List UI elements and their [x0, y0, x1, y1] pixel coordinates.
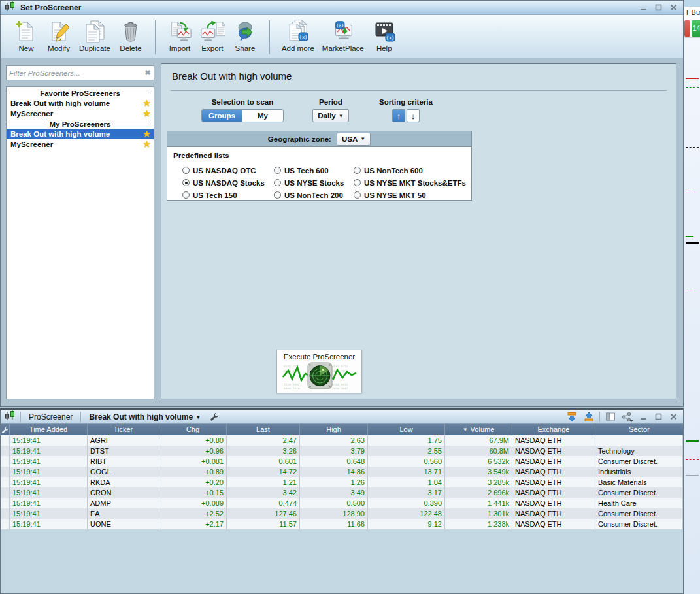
proscreener-tab[interactable]: ProScreener — [25, 412, 76, 421]
result-row-dtst[interactable]: 15:19:41DTST+0.963.263.792.5560.8MNASDAQ… — [1, 446, 683, 456]
favorite-star-icon[interactable]: ★ — [143, 140, 150, 148]
table-settings-wrench-icon[interactable] — [1, 424, 10, 435]
clear-filter-icon[interactable]: ✖ — [142, 69, 154, 77]
proscreener-results-window: ProScreener Break Out with high volume ▾… — [0, 408, 684, 594]
result-row-gogl[interactable]: 15:19:41GOGL+0.8914.7214.8613.713 549kNA… — [1, 467, 683, 477]
column-header-chg[interactable]: Chg — [159, 424, 227, 435]
close-button[interactable] — [668, 412, 679, 421]
window-title: Set ProScreener — [20, 3, 634, 12]
cell-time: 15:19:41 — [10, 519, 88, 529]
toolbar-button-duplicate[interactable]: Duplicate — [79, 19, 110, 52]
column-header-sector[interactable]: Sector — [595, 424, 683, 435]
screener-item-myscreener[interactable]: MyScreener★ — [7, 108, 154, 119]
column-header-high[interactable]: High — [300, 424, 368, 435]
maximize-button[interactable] — [653, 412, 664, 421]
toolbar-button-import[interactable]: Import — [167, 19, 192, 52]
column-header-ticker[interactable]: Ticker — [88, 424, 159, 435]
export-up-icon[interactable] — [582, 411, 595, 423]
period-dropdown[interactable]: Daily ▼ — [312, 109, 348, 122]
column-header-time-added[interactable]: Time Added — [10, 424, 88, 435]
radio-us-tech-600[interactable]: US Tech 600 — [274, 167, 354, 174]
toolbar-button-modify[interactable]: Modify — [46, 19, 71, 52]
screener-item-label: MyScreener — [10, 140, 53, 148]
cell-ticker: GOGL — [88, 467, 159, 477]
screener-item-break-out-with-high-volume[interactable]: Break Out with high volume★ — [7, 98, 154, 108]
edit-pencil-icon — [46, 19, 71, 44]
cell-volume: 60.8M — [445, 446, 512, 456]
toolbar-button-export[interactable]: Export — [200, 19, 225, 52]
toolbar-button-add-more[interactable]: {x}Add more — [282, 19, 314, 52]
screener-selector-dropdown[interactable]: Break Out with high volume ▾ — [85, 412, 203, 421]
radio-us-nontech-600[interactable]: US NonTech 600 — [354, 167, 466, 174]
layout-icon[interactable] — [604, 411, 617, 423]
radio-us-nyse-mkt-stocks-etfs[interactable]: US NYSE MKT Stocks&ETFs — [354, 179, 466, 187]
geographic-zone-dropdown[interactable]: USA ▼ — [337, 133, 371, 146]
radio-us-nasdaq-stocks[interactable]: US NASDAQ Stocks — [182, 179, 274, 187]
row-tools-cell — [1, 498, 10, 508]
screener-item-label: MyScreener — [10, 110, 53, 118]
radio-us-nontech-200[interactable]: US NonTech 200 — [274, 191, 354, 199]
minimize-button[interactable] — [638, 412, 649, 421]
groups-button[interactable]: Groups — [202, 110, 242, 122]
toolbar-button-share[interactable]: Share — [233, 19, 258, 52]
toolbar-separator — [155, 20, 156, 54]
cell-low: 3.17 — [368, 487, 445, 498]
column-header-low[interactable]: Low — [368, 424, 445, 435]
column-header-label: Exchange — [538, 425, 570, 433]
execute-proscreener-button[interactable]: Execute ProScreener 6108 28576198 877631… — [276, 350, 362, 393]
radio-circle-icon — [274, 167, 281, 174]
cell-low: 13.71 — [368, 467, 445, 477]
my-lists-button[interactable]: My lists — [242, 110, 283, 122]
maximize-button[interactable] — [653, 3, 664, 12]
cell-volume: 1 301k — [445, 508, 512, 519]
buy-button-partial[interactable]: 14 — [692, 20, 700, 37]
period-label: Period — [303, 98, 358, 106]
geographic-zone-header: Geographic zone: USA ▼ — [167, 131, 471, 147]
export-down-icon[interactable] — [565, 411, 578, 423]
result-row-rkda[interactable]: 15:19:41RKDA+0.201.211.261.043 285kNASDA… — [1, 477, 683, 487]
radio-circle-icon — [274, 191, 281, 199]
favorite-star-icon[interactable]: ★ — [143, 110, 150, 118]
favorite-star-icon[interactable]: ★ — [143, 99, 150, 107]
screener-item-myscreener[interactable]: MyScreener★ — [7, 139, 154, 150]
toolbar-button-new[interactable]: New — [14, 19, 39, 52]
result-row-uone[interactable]: 15:19:41UONE+2.1711.5711.669.121 238kNAS… — [1, 519, 683, 529]
cell-time: 15:19:41 — [10, 446, 88, 456]
minimize-button[interactable] — [638, 3, 649, 12]
result-row-cron[interactable]: 15:19:41CRON+0.153.423.493.172 696kNASDA… — [1, 487, 683, 498]
toolbar-button-label: Modify — [48, 44, 70, 52]
toolbar-button-marketplace[interactable]: {x}MarketPlace — [322, 19, 364, 52]
row-tools-cell — [1, 477, 10, 487]
dialog-titlebar: Set ProScreener — [1, 1, 683, 15]
sort-ascending-button[interactable]: ↑ — [392, 109, 405, 122]
result-row-ea[interactable]: 15:19:41EA+2.52127.46128.90122.481 301kN… — [1, 508, 683, 519]
share-icon[interactable] — [621, 411, 634, 423]
cell-ticker: DTST — [88, 446, 159, 456]
column-header-last[interactable]: Last — [227, 424, 300, 435]
settings-wrench-icon[interactable] — [208, 411, 221, 423]
cell-exchange: NASDAQ ETH — [512, 456, 595, 467]
screener-item-break-out-with-high-volume[interactable]: Break Out with high volume★ — [7, 129, 154, 139]
sort-descending-button[interactable]: ↓ — [407, 109, 420, 122]
toolbar-button-delete[interactable]: Delete — [118, 19, 143, 52]
sell-button-partial[interactable] — [684, 20, 690, 37]
column-header-exchange[interactable]: Exchange — [512, 424, 595, 435]
radio-us-nyse-stocks[interactable]: US NYSE Stocks — [274, 179, 354, 187]
svg-text:2647 8712: 2647 8712 — [332, 365, 348, 368]
favorite-star-icon[interactable]: ★ — [143, 130, 150, 138]
result-row-ribt[interactable]: 15:19:41RIBT+0.0810.6010.6480.5606 532kN… — [1, 456, 683, 467]
radio-us-tech-150[interactable]: US Tech 150 — [182, 191, 274, 199]
result-row-agri[interactable]: 15:19:41AGRI+0.802.472.631.7567.9MNASDAQ… — [1, 435, 683, 446]
cell-high: 128.90 — [300, 508, 368, 519]
chart-line — [686, 459, 699, 460]
filter-input[interactable] — [7, 69, 142, 77]
column-header-volume[interactable]: ▼Volume — [445, 424, 512, 435]
close-button[interactable] — [668, 3, 679, 12]
cell-last: 3.42 — [227, 487, 300, 498]
radio-us-nyse-mkt-50[interactable]: US NYSE MKT 50 — [354, 191, 466, 199]
radio-us-nasdaq-otc[interactable]: US NASDAQ OTC — [182, 167, 274, 174]
result-row-admp[interactable]: 15:19:41ADMP+0.0890.4740.5000.3901 441kN… — [1, 498, 683, 508]
toolbar-button-help[interactable]: {x}Help — [372, 19, 397, 52]
column-header-label: Time Added — [29, 425, 67, 433]
cell-exchange: NASDAQ ETH — [512, 446, 595, 456]
